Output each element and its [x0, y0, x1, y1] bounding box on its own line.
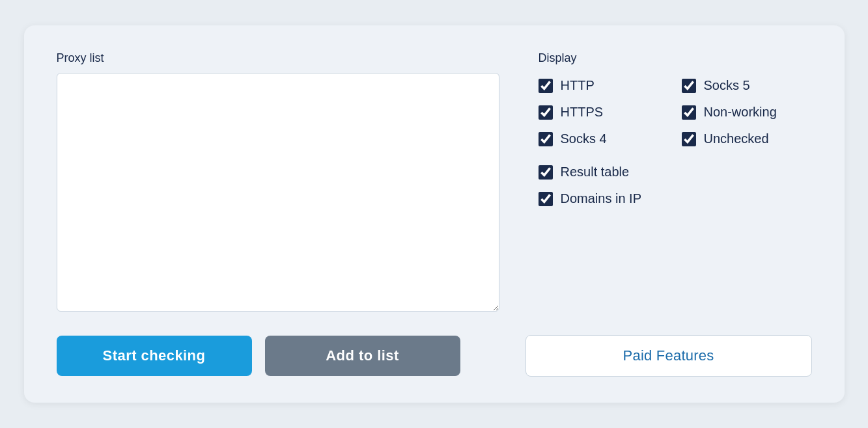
checkbox-item-resulttable: Result table: [539, 165, 812, 180]
checkbox-item-unchecked: Unchecked: [682, 131, 812, 146]
proxy-list-section: Proxy list: [57, 51, 499, 312]
checkbox-grid: HTTP Socks 5 HTTPS Non-working Socks 4: [539, 78, 812, 146]
proxy-list-label: Proxy list: [57, 51, 499, 65]
add-to-list-button[interactable]: Add to list: [265, 336, 460, 376]
proxy-textarea[interactable]: [57, 73, 499, 312]
label-domainsinip[interactable]: Domains in IP: [561, 191, 642, 206]
main-card: Proxy list Display HTTP Socks 5 HTTPS: [24, 25, 845, 403]
checkbox-item-nonworking: Non-working: [682, 105, 812, 120]
checkbox-item-socks5: Socks 5: [682, 78, 812, 93]
top-section: Proxy list Display HTTP Socks 5 HTTPS: [57, 51, 812, 312]
start-checking-button[interactable]: Start checking: [57, 336, 252, 376]
label-nonworking[interactable]: Non-working: [704, 105, 777, 120]
label-https[interactable]: HTTPS: [561, 105, 604, 120]
display-label: Display: [539, 51, 812, 65]
checkbox-item-http: HTTP: [539, 78, 669, 93]
checkbox-item-domainsinip: Domains in IP: [539, 191, 812, 206]
paid-features-button[interactable]: Paid Features: [525, 335, 812, 377]
checkbox-item-socks4: Socks 4: [539, 131, 669, 146]
checkbox-http[interactable]: [539, 79, 553, 93]
checkbox-unchecked[interactable]: [682, 132, 696, 146]
checkbox-https[interactable]: [539, 105, 553, 120]
label-unchecked[interactable]: Unchecked: [704, 131, 769, 146]
checkbox-domainsinip[interactable]: [539, 192, 553, 206]
checkbox-nonworking[interactable]: [682, 105, 696, 120]
checkbox-resulttable[interactable]: [539, 165, 553, 180]
checkbox-socks4[interactable]: [539, 132, 553, 146]
checkbox-socks5[interactable]: [682, 79, 696, 93]
label-socks5[interactable]: Socks 5: [704, 78, 750, 93]
bottom-section: Start checking Add to list Paid Features: [57, 335, 812, 377]
checkbox-item-https: HTTPS: [539, 105, 669, 120]
display-section: Display HTTP Socks 5 HTTPS Non-working: [539, 51, 812, 312]
label-resulttable[interactable]: Result table: [561, 165, 630, 180]
label-socks4[interactable]: Socks 4: [561, 131, 607, 146]
label-http[interactable]: HTTP: [561, 78, 595, 93]
